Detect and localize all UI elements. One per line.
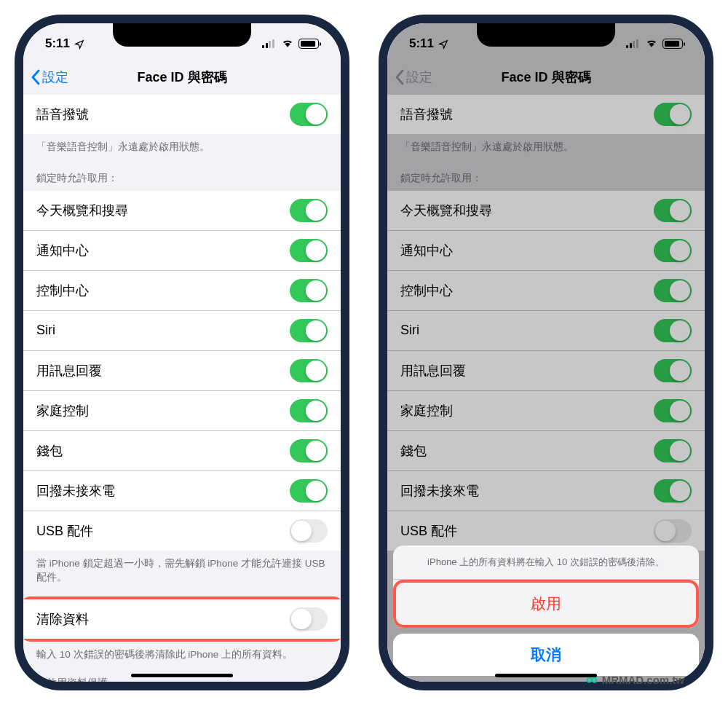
locked-group: 今天概覽和搜尋 通知中心 控制中心 Siri 用訊息回覆 家庭控制 錢包 回撥未… — [23, 191, 341, 551]
home-indicator[interactable] — [495, 674, 597, 677]
home-indicator[interactable] — [131, 674, 233, 677]
iphone-left: 5:11 設定 Face ID 與密碼 語音撥號 「音 — [15, 15, 349, 690]
toggle-home[interactable] — [290, 399, 328, 422]
erase-highlight: 清除資料 — [23, 596, 341, 642]
action-sheet: iPhone 上的所有資料將在輸入 10 次錯誤的密碼後清除。 啟用 取消 — [393, 546, 699, 676]
nav-bar: 設定 Face ID 與密碼 — [23, 60, 341, 95]
wifi-icon — [281, 36, 294, 51]
cell-control-center[interactable]: 控制中心 — [23, 271, 341, 311]
watermark-logo-icon: ∞ — [586, 670, 598, 689]
cell-wallet[interactable]: 錢包 — [23, 431, 341, 471]
watermark: ∞ MRMAD.com.tw — [586, 670, 684, 689]
toggle-callback[interactable] — [290, 479, 328, 503]
cellular-icon — [262, 39, 277, 48]
location-icon — [74, 39, 84, 49]
cell-usb[interactable]: USB 配件 — [23, 511, 341, 551]
cell-home[interactable]: 家庭控制 — [23, 391, 341, 431]
nav-title: Face ID 與密碼 — [137, 68, 226, 86]
settings-scroll[interactable]: 語音撥號 「音樂語音控制」永遠處於啟用狀態。 鎖定時允許取用： 今天概覽和搜尋 … — [23, 95, 341, 682]
cell-erase[interactable]: 清除資料 — [23, 599, 341, 639]
cell-siri[interactable]: Siri — [23, 311, 341, 351]
battery-icon — [298, 39, 319, 49]
cell-label: 語音撥號 — [36, 106, 89, 123]
back-button[interactable]: 設定 — [31, 68, 68, 86]
watermark-text: MRMAD.com.tw — [602, 674, 684, 686]
iphone-right: 5:11 設定 Face ID 與密碼 語音撥號 「音 — [379, 15, 713, 690]
status-time: 5:11 — [45, 36, 70, 51]
erase-footer: 輸入 10 次錯誤的密碼後將清除此 iPhone 上的所有資料。 — [23, 642, 341, 666]
cell-voice-dial[interactable]: 語音撥號 — [23, 95, 341, 134]
toggle-today[interactable] — [290, 199, 328, 222]
usb-footer: 當 iPhone 鎖定超過一小時，需先解鎖 iPhone 才能允許連接 USB … — [23, 551, 341, 589]
toggle-notifications[interactable] — [290, 239, 328, 262]
toggle-wallet[interactable] — [290, 439, 328, 462]
toggle-control-center[interactable] — [290, 279, 328, 302]
toggle-erase[interactable] — [290, 607, 328, 631]
toggle-usb[interactable] — [290, 519, 328, 543]
erase-label: 清除資料 — [36, 610, 89, 628]
cell-today[interactable]: 今天概覽和搜尋 — [23, 191, 341, 231]
voice-footer: 「音樂語音控制」永遠處於啟用狀態。 — [23, 134, 341, 159]
toggle-voice-dial[interactable] — [290, 103, 328, 126]
cell-notifications[interactable]: 通知中心 — [23, 231, 341, 271]
toggle-siri[interactable] — [290, 319, 328, 342]
cell-callback[interactable]: 回撥未接來電 — [23, 471, 341, 511]
notch — [113, 23, 251, 47]
back-label: 設定 — [42, 68, 68, 86]
cell-reply[interactable]: 用訊息回覆 — [23, 351, 341, 391]
toggle-reply[interactable] — [290, 359, 328, 382]
sheet-message: iPhone 上的所有資料將在輸入 10 次錯誤的密碼後清除。 — [393, 546, 699, 580]
sheet-enable-button[interactable]: 啟用 — [396, 583, 696, 625]
locked-header: 鎖定時允許取用： — [23, 159, 341, 191]
